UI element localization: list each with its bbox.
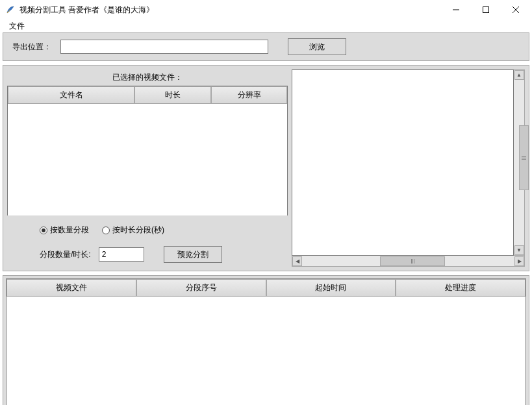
menubar: 文件	[0, 19, 532, 32]
app-icon	[5, 5, 16, 15]
radio-icon	[40, 227, 47, 234]
maximize-button[interactable]	[471, 0, 501, 19]
preview-hscrollbar[interactable]: ◀ ▶	[292, 256, 525, 267]
task-col-start[interactable]: 起始时间	[266, 279, 396, 297]
filelist-body[interactable]	[8, 104, 287, 215]
scroll-up-icon[interactable]: ▲	[514, 70, 524, 80]
task-col-progress[interactable]: 处理进度	[396, 279, 526, 297]
scroll-left-icon[interactable]: ◀	[292, 256, 302, 266]
task-col-index[interactable]: 分段序号	[136, 279, 266, 297]
segparam-input[interactable]	[99, 247, 144, 262]
task-col-file[interactable]: 视频文件	[6, 279, 136, 297]
close-button[interactable]	[501, 0, 531, 19]
preview-vscrollbar[interactable]: ▲ ▼	[514, 69, 525, 256]
segparam-label: 分段数量/时长:	[40, 249, 91, 260]
main-split-panel: 已选择的视频文件： 文件名 时长 分辨率 按数量分段 按时长分段(秒)	[3, 65, 529, 271]
minimize-button[interactable]	[441, 0, 471, 19]
filelist-col-name[interactable]: 文件名	[8, 86, 134, 104]
window-title: 视频分割工具 吾爱作者《是谁的大海》	[19, 5, 154, 16]
preview-split-button[interactable]: 预览分割	[164, 246, 222, 263]
export-panel: 导出位置： 浏览	[3, 32, 529, 61]
radio-by-count-label: 按数量分段	[50, 225, 89, 236]
radio-by-duration-label: 按时长分段(秒)	[112, 225, 164, 236]
export-label: 导出位置：	[8, 42, 55, 53]
task-panel: 视频文件 分段序号 起始时间 处理进度	[3, 275, 529, 405]
filelist-col-resolution[interactable]: 分辨率	[211, 86, 287, 104]
scroll-down-icon[interactable]: ▼	[514, 245, 524, 255]
browse-button[interactable]: 浏览	[288, 38, 346, 55]
scroll-right-icon[interactable]: ▶	[514, 256, 524, 266]
radio-icon	[102, 227, 110, 234]
scroll-thumb[interactable]	[519, 125, 529, 190]
svg-rect-1	[483, 7, 489, 13]
radio-by-count[interactable]: 按数量分段	[40, 225, 89, 236]
radio-by-duration[interactable]: 按时长分段(秒)	[102, 225, 164, 236]
scroll-thumb[interactable]	[380, 256, 445, 266]
filelist-table[interactable]: 文件名 时长 分辨率	[7, 86, 288, 215]
export-path-input[interactable]	[60, 40, 268, 54]
menu-file[interactable]: 文件	[5, 19, 29, 33]
task-body[interactable]	[6, 297, 526, 405]
filelist-title: 已选择的视频文件：	[7, 69, 288, 86]
titlebar: 视频分割工具 吾爱作者《是谁的大海》	[0, 0, 532, 19]
preview-canvas	[292, 69, 514, 256]
task-table[interactable]: 视频文件 分段序号 起始时间 处理进度	[6, 278, 526, 405]
filelist-col-duration[interactable]: 时长	[134, 86, 211, 104]
